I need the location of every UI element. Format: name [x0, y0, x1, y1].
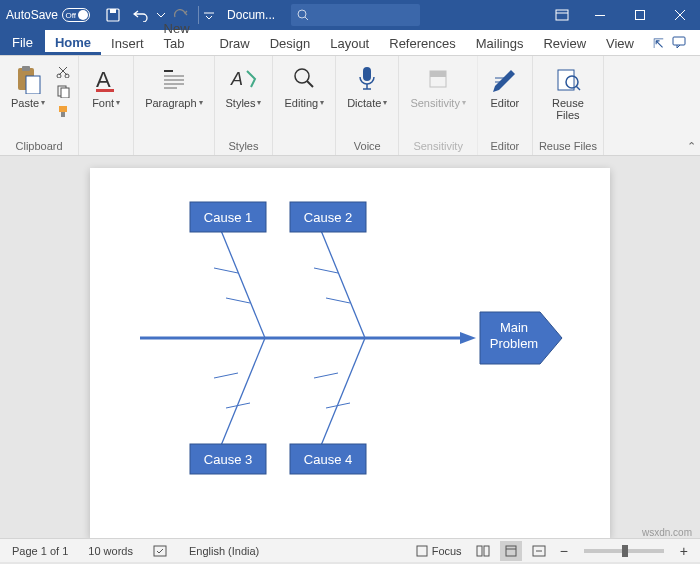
group-clipboard: Paste▾ Clipboard	[0, 56, 79, 155]
reuse-files-button[interactable]: Reuse Files	[543, 60, 593, 124]
svg-line-48	[220, 338, 265, 448]
tab-view[interactable]: View	[596, 32, 644, 55]
editor-button[interactable]: Editor	[484, 60, 526, 112]
watermark: wsxdn.com	[642, 527, 692, 538]
tab-insert[interactable]: Insert	[101, 32, 154, 55]
tab-file[interactable]: File	[0, 30, 45, 55]
web-layout-icon[interactable]	[528, 541, 550, 561]
svg-rect-61	[154, 546, 166, 556]
zoom-slider[interactable]	[584, 549, 664, 553]
word-count[interactable]: 10 words	[84, 543, 137, 559]
svg-line-49	[214, 373, 238, 378]
svg-line-43	[214, 268, 238, 273]
font-button[interactable]: A Font▾	[85, 60, 127, 112]
collapse-ribbon-icon[interactable]: ⌃	[687, 140, 696, 153]
document-title: Docum...	[219, 8, 283, 22]
format-painter-icon[interactable]	[54, 102, 72, 120]
cause-3-label: Cause 3	[204, 452, 252, 467]
spellcheck-icon[interactable]	[149, 542, 173, 560]
paragraph-icon	[158, 63, 190, 95]
svg-rect-12	[22, 66, 30, 71]
svg-rect-63	[477, 546, 482, 556]
svg-text:A: A	[96, 67, 111, 92]
svg-line-39	[576, 86, 580, 90]
save-icon[interactable]	[100, 3, 126, 27]
search-box[interactable]	[291, 4, 419, 26]
maximize-button[interactable]	[620, 0, 660, 30]
ribbon-tabs: File Home Insert New Tab Draw Design Lay…	[0, 30, 700, 56]
tab-layout[interactable]: Layout	[320, 32, 379, 55]
tab-mailings[interactable]: Mailings	[466, 32, 534, 55]
svg-rect-1	[110, 9, 116, 13]
tab-review[interactable]: Review	[533, 32, 596, 55]
document-page[interactable]: Cause 1 Cause 2 Cause 3 Cause 4 Main Pro…	[90, 168, 610, 538]
tab-new-tab[interactable]: New Tab	[154, 17, 210, 55]
svg-text:A: A	[230, 69, 243, 89]
toggle-switch[interactable]: Off	[62, 8, 90, 22]
close-button[interactable]	[660, 0, 700, 30]
cause-1-label: Cause 1	[204, 210, 252, 225]
window-buttons	[580, 0, 700, 30]
search-icon	[297, 9, 309, 21]
styles-button[interactable]: A Styles▾	[221, 60, 267, 112]
page-indicator[interactable]: Page 1 of 1	[8, 543, 72, 559]
tab-draw[interactable]: Draw	[209, 32, 259, 55]
svg-line-44	[226, 298, 250, 303]
cause-4-label: Cause 4	[304, 452, 352, 467]
sensitivity-button: Sensitivity▾	[405, 60, 471, 112]
dictate-button[interactable]: Dictate▾	[342, 60, 392, 112]
svg-line-47	[326, 298, 350, 303]
tab-design[interactable]: Design	[260, 32, 320, 55]
share-icon[interactable]: ⇱	[644, 32, 672, 55]
font-icon: A	[90, 63, 122, 95]
status-bar: Page 1 of 1 10 words English (India) Foc…	[0, 538, 700, 562]
paragraph-button[interactable]: Paragraph▾	[140, 60, 207, 112]
svg-line-52	[314, 373, 338, 378]
group-label-clipboard: Clipboard	[6, 138, 72, 155]
group-label-reuse: Reuse Files	[539, 138, 597, 155]
undo-icon[interactable]	[128, 3, 154, 27]
tab-references[interactable]: References	[379, 32, 465, 55]
zoom-thumb[interactable]	[622, 545, 628, 557]
svg-text:Main: Main	[500, 320, 528, 335]
zoom-in[interactable]: +	[676, 541, 692, 561]
ribbon-display-icon[interactable]	[544, 9, 580, 21]
svg-rect-18	[59, 106, 67, 112]
group-font: A Font▾	[79, 56, 134, 155]
group-editing: Editing▾	[273, 56, 336, 155]
reuse-files-icon	[552, 63, 584, 95]
comments-icon[interactable]	[672, 32, 700, 55]
focus-mode[interactable]: Focus	[412, 543, 466, 559]
svg-rect-65	[506, 546, 516, 556]
group-styles: A Styles▾ Styles	[215, 56, 274, 155]
svg-marker-41	[460, 332, 476, 344]
sensitivity-icon	[422, 63, 454, 95]
group-label-editor: Editor	[484, 138, 526, 155]
cut-icon[interactable]	[54, 62, 72, 80]
editing-icon	[288, 63, 320, 95]
zoom-out[interactable]: −	[556, 541, 572, 561]
svg-line-45	[320, 228, 365, 338]
svg-line-46	[314, 268, 338, 273]
read-mode-icon[interactable]	[472, 541, 494, 561]
autosave-toggle[interactable]: AutoSave Off	[0, 8, 96, 22]
svg-rect-21	[96, 89, 114, 92]
minimize-button[interactable]	[580, 0, 620, 30]
styles-icon: A	[228, 63, 260, 95]
copy-icon[interactable]	[54, 82, 72, 100]
language-indicator[interactable]: English (India)	[185, 543, 263, 559]
tab-home[interactable]: Home	[45, 31, 101, 55]
dictate-icon	[351, 63, 383, 95]
print-layout-icon[interactable]	[500, 541, 522, 561]
svg-rect-19	[61, 112, 65, 117]
paste-icon	[12, 63, 44, 95]
group-label-sensitivity: Sensitivity	[405, 138, 471, 155]
paste-button[interactable]: Paste▾	[6, 60, 50, 112]
ribbon: Paste▾ Clipboard A Font▾ Paragraph▾	[0, 56, 700, 156]
svg-line-29	[307, 81, 313, 87]
group-reuse-files: Reuse Files Reuse Files	[533, 56, 604, 155]
svg-point-28	[295, 69, 309, 83]
svg-rect-17	[61, 88, 69, 98]
editing-button[interactable]: Editing▾	[279, 60, 329, 112]
svg-rect-13	[26, 76, 40, 94]
